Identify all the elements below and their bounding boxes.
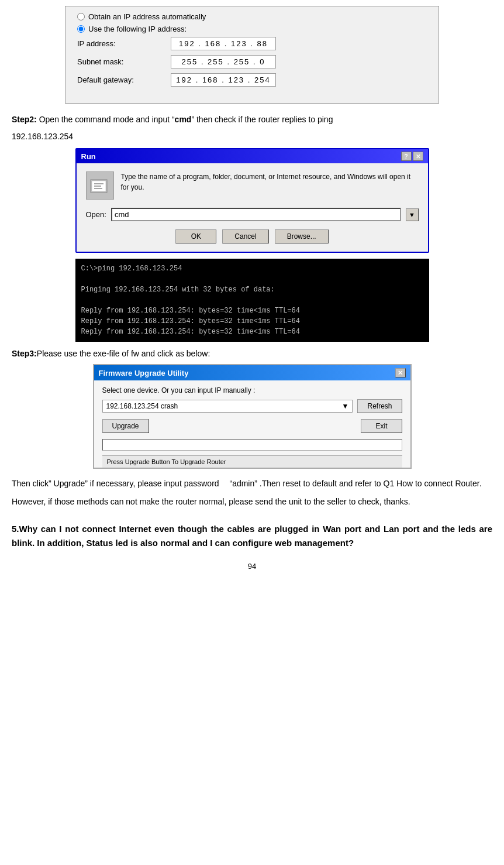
fw-refresh-button[interactable]: Refresh (357, 399, 402, 413)
fw-row2: Upgrade Exit (102, 419, 402, 433)
step2-text: Step2: Open the command mode and input “… (12, 113, 492, 126)
fw-statusbar: Press Upgrade Button To Upgrade Router (102, 455, 402, 468)
step2-ip: 192.168.123.254 (12, 132, 492, 141)
network-settings-screenshot: Obtain an IP address automatically Use t… (65, 6, 439, 104)
run-icon (86, 171, 114, 200)
fw-progress-area (102, 439, 402, 451)
run-titlebar-buttons: ? ✕ (401, 152, 423, 161)
ok-button[interactable]: OK (175, 229, 216, 243)
fw-dropdown-arrow-icon: ▼ (342, 402, 349, 410)
cmd-line-4 (81, 295, 423, 306)
obtain-auto-radio-row: Obtain an IP address automatically (77, 12, 427, 21)
fw-exit-button[interactable]: Exit (361, 419, 402, 433)
fw-dropdown-value: 192.168.123.254 crash (106, 402, 178, 410)
step2-label: Step2: (12, 115, 37, 124)
step3-body: Please use the exe-file of fw and click … (37, 349, 210, 358)
cmd-line-2 (81, 274, 423, 284)
help-button[interactable]: ? (401, 152, 412, 161)
ip-address-row: IP address: 192 . 168 . 123 . 88 (77, 37, 427, 50)
obtain-auto-radio[interactable] (77, 13, 85, 20)
browse-button[interactable]: Browse... (275, 229, 329, 243)
cmd-line-7: Reply from 192.168.123.254: bytes=32 tim… (81, 327, 423, 337)
step2-text-before: Open the command mode and input “ (37, 115, 175, 124)
cmd-line-5: Reply from 192.168.123.254: bytes=32 tim… (81, 306, 423, 316)
run-body: Type the name of a program, folder, docu… (77, 163, 428, 252)
use-following-label: Use the following IP address: (88, 25, 187, 33)
default-gateway-label: Default gateway: (77, 75, 171, 84)
fw-dialog: Firmware Upgrade Utility ✕ Select one de… (93, 364, 412, 469)
cmd-line-3: Pinging 192.168.123.254 with 32 bytes of… (81, 284, 423, 295)
step2-text-after: ” then check if the router replies to pi… (191, 115, 333, 124)
fw-row1: 192.168.123.254 crash ▼ Refresh (102, 399, 402, 413)
cmd-line-1: C:\>ping 192.168.123.254 (81, 263, 423, 274)
obtain-auto-label: Obtain an IP address automatically (88, 12, 206, 21)
close-button[interactable]: ✕ (413, 152, 423, 161)
run-description: Type the name of a program, folder, docu… (121, 171, 419, 193)
cancel-button[interactable]: Cancel (222, 229, 268, 243)
run-buttons: OK Cancel Browse... (86, 229, 419, 243)
fw-body: Select one device. Or you can input IP m… (94, 380, 410, 468)
paragraph-1: Then click” Upgrade” if necessary, pleas… (12, 477, 492, 490)
step3-text: Step3:Please use the exe-file of fw and … (12, 349, 492, 358)
fw-upgrade-button[interactable]: Upgrade (102, 419, 149, 433)
cmd-line-6: Reply from 192.168.123.254: bytes=32 tim… (81, 316, 423, 327)
use-following-radio-row: Use the following IP address: (77, 25, 427, 33)
run-open-row: Open: ▼ (86, 208, 419, 221)
page-number: 94 (12, 562, 492, 571)
run-dialog-screenshot: Run ? ✕ Type the name of a program, fold… (75, 148, 429, 253)
run-title: Run (81, 152, 96, 161)
run-dropdown-button[interactable]: ▼ (406, 208, 419, 221)
default-gateway-row: Default gateway: 192 . 168 . 123 . 254 (77, 73, 427, 87)
step2-cmd: cmd (175, 115, 192, 124)
fw-title: Firmware Upgrade Utility (99, 369, 189, 377)
run-input[interactable] (111, 208, 401, 221)
run-top: Type the name of a program, folder, docu… (86, 171, 419, 200)
run-open-label: Open: (86, 210, 106, 219)
paragraph-2: However, if those methods can not make t… (12, 495, 492, 508)
use-following-radio[interactable] (77, 25, 85, 33)
fw-titlebar: Firmware Upgrade Utility ✕ (94, 365, 410, 380)
ip-address-value: 192 . 168 . 123 . 88 (171, 37, 276, 50)
subnet-mask-row: Subnet mask: 255 . 255 . 255 . 0 (77, 55, 427, 68)
ip-address-label: IP address: (77, 39, 171, 48)
subnet-mask-label: Subnet mask: (77, 57, 171, 66)
fw-close-button[interactable]: ✕ (395, 368, 406, 377)
section5-heading: 5.Why can I not connect Internet even th… (12, 522, 492, 550)
subnet-mask-value: 255 . 255 . 255 . 0 (171, 55, 276, 68)
step3-label: Step3: (12, 349, 37, 358)
cmd-screenshot: C:\>ping 192.168.123.254 Pinging 192.168… (75, 259, 429, 342)
run-titlebar: Run ? ✕ (77, 149, 428, 163)
fw-instruction: Select one device. Or you can input IP m… (102, 386, 402, 394)
default-gateway-value: 192 . 168 . 123 . 254 (171, 73, 276, 87)
fw-device-dropdown[interactable]: 192.168.123.254 crash ▼ (102, 400, 353, 413)
